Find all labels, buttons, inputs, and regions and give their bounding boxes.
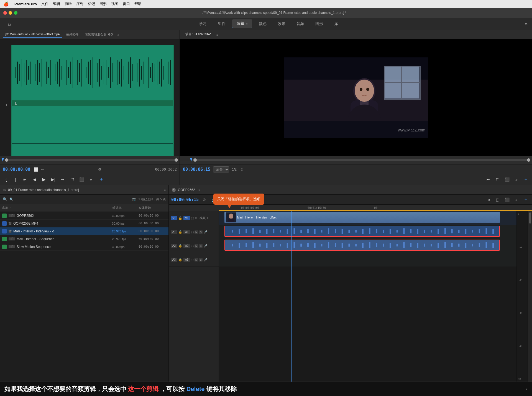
a3-label[interactable]: A3 xyxy=(183,258,190,262)
a1-label-src[interactable]: A1 xyxy=(171,230,177,234)
source-more[interactable]: » xyxy=(87,176,95,183)
program-menu-icon[interactable]: ≡ xyxy=(216,33,218,37)
prog-lift[interactable]: ⬚ xyxy=(494,176,502,183)
a1-s-button[interactable]: S xyxy=(199,230,203,234)
minimize-window-button[interactable] xyxy=(9,11,12,15)
edit-menu-icon[interactable]: ≡ xyxy=(245,22,247,26)
a2-m-button[interactable]: M xyxy=(195,244,198,248)
a3-m-button[interactable]: M xyxy=(195,258,198,262)
tab-audio[interactable]: 音频 xyxy=(292,20,309,28)
list-item[interactable]: 🎬 GOPR2562.MP4 30.00 fps 00:00:00:00 xyxy=(0,220,168,227)
tl-btn-extra3[interactable]: ⬛ xyxy=(503,196,511,204)
a1-sync-icon[interactable]: ⬚ xyxy=(191,230,194,233)
prog-extract[interactable]: ⬛ xyxy=(503,176,511,183)
prog-add[interactable]: + xyxy=(522,176,530,183)
v1-label[interactable]: V1 xyxy=(171,216,177,220)
menu-window[interactable]: 窗口 xyxy=(123,1,130,6)
camera-icon[interactable]: 📷 xyxy=(132,197,136,201)
scroller-knob[interactable] xyxy=(529,212,531,224)
apple-icon[interactable]: 🍎 xyxy=(3,1,9,7)
list-item[interactable]: ⬛⬛ GOPR2562 30.00 fps 00:00:00:00 xyxy=(0,212,168,220)
menu-clip[interactable]: 剪辑 xyxy=(65,1,72,6)
timeline-ruler[interactable]: 00:00:01:00 00:01:15:00 00 xyxy=(169,205,532,211)
prog-more[interactable]: » xyxy=(513,176,520,183)
tab-learn[interactable]: 学习 xyxy=(195,20,211,28)
source-panel-more[interactable]: » xyxy=(117,33,119,37)
ripple-edit-button[interactable]: ⊕ xyxy=(200,196,208,204)
play-button[interactable]: ▶ xyxy=(40,176,48,183)
program-scrubber-right[interactable] xyxy=(527,158,530,162)
menu-graphics[interactable]: 图形 xyxy=(99,1,107,6)
tab-assemble[interactable]: 组件 xyxy=(213,20,230,28)
list-item[interactable]: ⬛⬛ Mari - Interior - Sequence 23.976 fps… xyxy=(0,235,168,243)
menu-help[interactable]: 帮助 xyxy=(134,1,142,6)
list-item[interactable]: 🎬 Mari - Interior - Interview - o 23.976… xyxy=(0,227,168,235)
program-scrubber[interactable] xyxy=(180,156,532,164)
audio-track-icon[interactable]: ↔ xyxy=(40,167,44,172)
audio-clip-a2-selected[interactable] xyxy=(224,240,500,251)
project-menu-icon[interactable]: ≡ xyxy=(163,188,166,192)
list-item[interactable]: ⬛⬛ Slow Motion Sequence 30.00 fps 00:00:… xyxy=(0,243,168,251)
tab-graphics[interactable]: 图形 xyxy=(311,20,328,28)
v1-lock[interactable]: 🔒 xyxy=(178,216,182,220)
a2-label-src[interactable]: A2 xyxy=(171,244,177,248)
timeline-menu-icon[interactable]: ≡ xyxy=(198,188,200,192)
maximize-window-button[interactable] xyxy=(14,11,17,15)
mark-out-button[interactable]: } xyxy=(12,176,19,183)
menu-file[interactable]: 文件 xyxy=(41,1,48,6)
frame-size-icon[interactable]: ⬜ xyxy=(34,167,38,172)
tl-btn-extra2[interactable]: ⬚ xyxy=(494,196,502,204)
a1-label[interactable]: A1 xyxy=(183,230,190,234)
tl-btn-extra1[interactable]: ⇥ xyxy=(484,196,492,204)
source-scrubber-bar[interactable] xyxy=(5,159,178,161)
nav-more-button[interactable]: » xyxy=(525,21,528,27)
insert-button[interactable]: ⬚ xyxy=(68,176,76,183)
source-scrubber[interactable] xyxy=(0,156,180,164)
menu-sequence[interactable]: 序列 xyxy=(76,1,83,6)
program-scrubber-bar[interactable] xyxy=(193,159,530,161)
app-name[interactable]: Premiere Pro xyxy=(14,2,37,6)
timeline-timecode[interactable]: 00:00:06:15 xyxy=(171,197,199,202)
a3-label-src[interactable]: A3 xyxy=(171,258,177,262)
timeline-scroller[interactable] xyxy=(528,211,532,382)
scrubber-right-knob[interactable] xyxy=(175,158,178,162)
col-start-header[interactable]: 媒体开始 xyxy=(139,206,166,210)
source-tab-audio-mixer[interactable]: 音频剪辑混合器: GO xyxy=(83,31,115,38)
v1-sync-icon[interactable]: ⬚ xyxy=(191,217,194,220)
timeline-close-button[interactable]: × xyxy=(172,188,176,192)
home-button[interactable]: ⌂ xyxy=(4,19,14,29)
source-tab-main[interactable]: 源: Mari - Interior - Interview - offset.… xyxy=(3,31,62,38)
go-out-button[interactable]: ⇥ xyxy=(59,176,66,183)
a3-lock[interactable]: 🔒 xyxy=(178,258,182,262)
prog-go-in[interactable]: ⇤ xyxy=(484,176,492,183)
a1-mic-icon[interactable]: 🎤 xyxy=(203,230,208,234)
audio-clip-a1[interactable] xyxy=(224,226,500,237)
a2-mic-icon[interactable]: 🎤 xyxy=(203,244,208,248)
source-tab-effects[interactable]: 效果控件 xyxy=(64,31,81,38)
a3-mic-icon[interactable]: 🎤 xyxy=(203,258,208,262)
menu-edit[interactable]: 编辑 xyxy=(53,1,60,6)
v1-name[interactable]: V1 xyxy=(183,216,190,220)
a2-s-button[interactable]: S xyxy=(199,244,203,248)
tab-library[interactable]: 库 xyxy=(330,20,342,28)
overwrite-button[interactable]: ⬛ xyxy=(78,176,85,183)
a2-lock[interactable]: 🔒 xyxy=(178,244,182,248)
step-forward-button[interactable]: ▶| xyxy=(49,176,57,183)
scrubber-left-knob[interactable] xyxy=(5,158,8,162)
v1-eye-icon[interactable]: 👁 xyxy=(195,217,197,220)
source-timecode[interactable]: 00:00:00:00 xyxy=(3,167,30,172)
menu-marker[interactable]: 标记 xyxy=(88,1,95,6)
mark-in-button[interactable]: { xyxy=(2,176,10,183)
tab-edit[interactable]: 编辑 ≡ xyxy=(232,19,252,28)
a2-sync-icon[interactable]: ⬚ xyxy=(191,244,194,247)
search-input[interactable] xyxy=(9,197,130,201)
tab-color[interactable]: 颜色 xyxy=(254,20,271,28)
go-in-button[interactable]: ⇤ xyxy=(21,176,29,183)
col-fps-header[interactable]: 帧速率 xyxy=(112,206,137,210)
program-scrubber-left[interactable] xyxy=(193,158,197,162)
program-tab[interactable]: 节目: GOPR2562 xyxy=(183,31,213,38)
a3-s-button[interactable]: S xyxy=(199,258,203,262)
settings-icon[interactable]: ⚙ xyxy=(98,167,101,171)
tl-add[interactable]: + xyxy=(522,196,530,204)
a2-label[interactable]: A2 xyxy=(183,244,190,248)
